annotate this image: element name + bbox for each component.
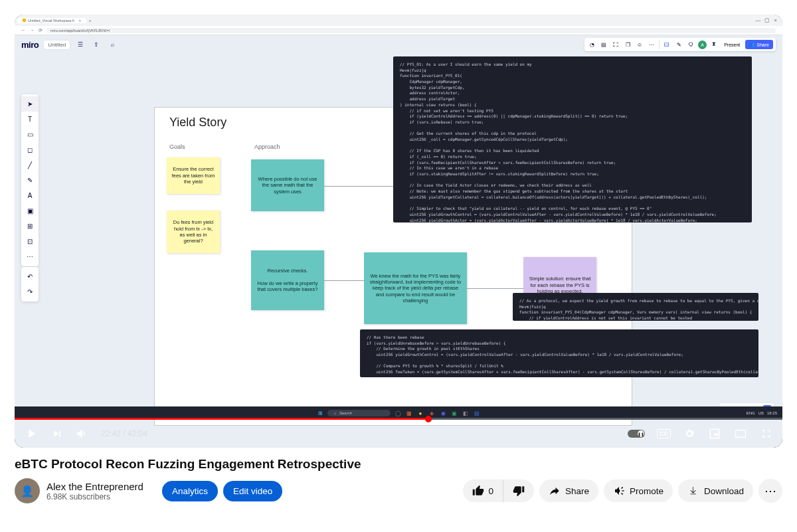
next-button[interactable] [50,427,64,440]
sticky-approach-1[interactable]: Where possible do not use the same math … [251,159,324,211]
more-icon[interactable]: ⋯ [647,40,656,49]
analytics-button[interactable]: Analytics [162,481,218,501]
taskbar-app[interactable]: ▦ [405,409,413,417]
like-button[interactable]: 0 [463,480,503,502]
play-button[interactable] [24,426,39,441]
taskbar-app[interactable]: ◯ [394,409,402,417]
browser-tab[interactable]: Untitled_Visual Workspace fi× [17,18,86,23]
approach-label: Approach [254,143,280,150]
user-avatar[interactable]: A [698,41,707,49]
menu-icon[interactable]: ☰ [75,39,86,50]
more-actions-button[interactable]: ⋯ [758,479,782,503]
sticky-goal-1[interactable]: Ensure the correct fees are taken from t… [167,157,220,194]
volume-button[interactable] [76,427,89,440]
taskbar-search[interactable]: ⌕ Search [327,410,391,416]
chrome-tab-bar: Untitled_Visual Workspace fi× + —▢× [15,15,782,26]
sticky-approach-3[interactable]: We knew the math for the PYS was fairly … [364,252,467,324]
code-block-1[interactable]: // PYS_01: As a user I should earn the s… [393,56,752,222]
subscriber-count: 6.98K subscribers [46,492,143,501]
reactions-icon[interactable]: ☺ [635,40,644,49]
captions-button[interactable]: CC [657,429,671,438]
back-icon[interactable]: ← [21,28,26,33]
edit-video-button[interactable]: Edit video [223,481,282,501]
miro-top-right: ◔ ▤ ⛶ ❐ ☺ ⋯ ⮹ ✎ 🗨 A ⧗ Present 👥 Share [584,38,776,51]
download-button[interactable]: Download [678,480,753,502]
board-title[interactable]: Untitled [44,41,70,49]
svg-rect-0 [736,430,746,438]
autoplay-toggle[interactable]: ❚❚ [628,430,645,438]
tab-title: Untitled_Visual Workspace fi [28,19,74,23]
share-button[interactable]: 👥 Share [745,40,773,49]
note-icon[interactable]: ▤ [599,40,608,49]
miro-logo: miro [21,40,39,50]
activity-icon[interactable]: ⧗ [709,40,719,49]
cursor-plus-icon[interactable]: ⮹ [662,40,671,49]
connector-line [324,280,364,281]
forward-icon[interactable]: → [30,28,35,33]
start-icon[interactable]: ⊞ [316,409,324,417]
below-player: eBTC Protocol Recon Fuzzing Engagement R… [0,448,797,503]
fullscreen-button[interactable] [760,427,773,440]
frame-title: Yield Story [169,116,226,130]
tray-icon[interactable]: US [758,411,764,415]
present-button[interactable]: Present [721,41,743,48]
reload-icon[interactable]: ⟳ [39,28,43,33]
code-block-3[interactable]: // Has there been rebase if (vars.yieldU… [360,329,758,377]
taskbar-app[interactable]: ▤ [473,409,481,417]
clock[interactable]: 18:25 [767,411,777,415]
sticky-goal-2[interactable]: Do fees from yield hold from tx -> tx, a… [167,211,220,253]
miro-canvas[interactable]: Yield Story Goals Approach Ensure the co… [15,54,782,448]
connector-line [467,288,523,289]
tray-icon[interactable]: ENG [747,411,755,415]
doc-icon[interactable]: ❐ [623,40,632,49]
video-player[interactable]: Untitled_Visual Workspace fi× + —▢× ← → … [15,15,782,448]
miniplayer-button[interactable] [708,427,721,440]
taskbar-app[interactable]: ▣ [450,409,458,417]
goals-label: Goals [169,143,185,150]
code-block-2[interactable]: // As a protocol, we expect the yield gr… [513,293,758,321]
search-icon[interactable]: ⌕ [107,39,118,50]
comment-icon[interactable]: 🗨 [686,40,695,49]
dislike-button[interactable] [503,480,534,502]
url-field[interactable]: miro.com/app/board/uXjVKFLBVW=/ [46,28,776,33]
settings-button[interactable] [683,427,696,440]
taskbar-app[interactable]: ◧ [462,409,470,417]
like-dislike-segment: 0 [463,480,534,502]
miro-header: miro Untitled ☰ ⇪ ⌕ ◔ ▤ ⛶ ❐ ☺ ⋯ ⮹ ✎ 🗨 A [15,35,782,54]
taskbar-app[interactable]: ◉ [439,409,447,417]
meta-row: 👤 Alex the Entreprenerd 6.98K subscriber… [15,478,782,503]
promote-button[interactable]: Promote [604,480,673,502]
focus-icon[interactable]: ⛶ [611,40,620,49]
share-button[interactable]: Share [539,480,598,502]
chrome-url-bar: ← → ⟳ miro.com/app/board/uXjVKFLBVW=/ [15,26,782,35]
chat-icon[interactable]: ✎ [674,40,683,49]
channel-name[interactable]: Alex the Entreprenerd [46,481,143,492]
theater-button[interactable] [733,428,748,440]
video-content: Untitled_Visual Workspace fi× + —▢× ← → … [15,15,782,448]
player-controls: 22:42 / 42:04 ❚❚ CC [15,420,782,448]
video-title: eBTC Protocol Recon Fuzzing Engagement R… [15,457,782,472]
sticky-approach-2[interactable]: Recursive checks. How do we write a prop… [251,250,324,310]
channel-avatar[interactable]: 👤 [15,478,40,503]
taskbar-app[interactable]: ● [416,409,424,417]
time-display: 22:42 / 42:04 [101,429,147,438]
timer-icon[interactable]: ◔ [587,40,596,49]
export-icon[interactable]: ⇪ [91,39,102,50]
